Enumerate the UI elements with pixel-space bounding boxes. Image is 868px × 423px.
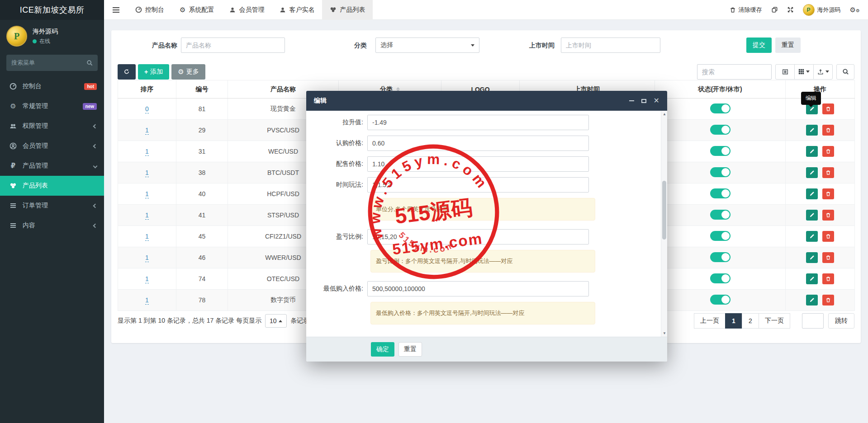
edit-button[interactable] <box>806 146 818 157</box>
col-id[interactable]: 编号 <box>176 80 228 99</box>
sidebar-item-dashboard[interactable]: 控制台 hot <box>0 76 104 96</box>
nav-item-system-config[interactable]: ⚙ 系统配置 <box>172 0 222 20</box>
sort-value-link[interactable]: 1 <box>145 212 149 220</box>
sidebar-item-orders[interactable]: 订单管理 <box>0 196 104 216</box>
sort-value-link[interactable]: 1 <box>145 190 149 198</box>
col-status[interactable]: 状态(开市/休市) <box>655 80 786 99</box>
sidebar-item-product-list[interactable]: 产品列表 <box>0 176 104 196</box>
refresh-button[interactable] <box>118 64 136 80</box>
sidebar-search-input[interactable]: 搜索菜单 <box>6 55 98 71</box>
sidebar-item-permissions[interactable]: 权限管理 <box>0 116 104 136</box>
clear-cache-button[interactable]: 清除缓存 <box>730 6 762 14</box>
subscribe-price-input[interactable] <box>367 136 589 151</box>
sidebar-item-general[interactable]: ⚙ 常规管理 new <box>0 96 104 116</box>
page-2-button[interactable]: 2 <box>742 313 759 329</box>
delete-button[interactable] <box>822 188 834 199</box>
sort-value-link[interactable]: 1 <box>145 148 149 156</box>
modal-reset-button[interactable]: 重置 <box>398 342 422 357</box>
placement-price-input[interactable] <box>367 156 589 172</box>
scroll-down-icon[interactable]: ▼ <box>661 331 667 335</box>
min-buy-input[interactable] <box>367 281 589 296</box>
modal-footer: 确定 重置 <box>306 337 667 362</box>
page-1-button[interactable]: 1 <box>725 313 742 329</box>
scrollbar-thumb[interactable] <box>662 181 666 240</box>
listing-time-input[interactable] <box>561 38 660 53</box>
delete-button[interactable] <box>822 125 834 136</box>
status-toggle[interactable] <box>710 188 730 198</box>
export-button[interactable] <box>813 64 833 80</box>
pull-value-input[interactable] <box>367 115 589 130</box>
edit-button[interactable] <box>806 273 818 284</box>
delete-button[interactable] <box>822 146 834 157</box>
copy-button[interactable] <box>771 6 778 13</box>
confirm-button[interactable]: 确定 <box>371 342 394 357</box>
sidebar-item-content[interactable]: 内容 <box>0 216 104 235</box>
modal-scrollbar[interactable]: ▲ ▼ <box>661 111 667 337</box>
delete-button[interactable] <box>822 167 834 178</box>
time-play-input[interactable] <box>367 177 589 193</box>
sort-value-link[interactable]: 1 <box>145 233 149 241</box>
sidebar-item-products[interactable]: ₽ 产品管理 <box>0 156 104 176</box>
minimize-icon[interactable] <box>629 100 634 101</box>
edit-button[interactable] <box>806 252 818 263</box>
sort-value-link[interactable]: 0 <box>145 105 149 113</box>
close-icon[interactable]: ✕ <box>654 97 659 104</box>
edit-button[interactable] <box>806 231 818 242</box>
search-toggle-button[interactable] <box>836 64 854 80</box>
jump-button[interactable]: 跳转 <box>828 313 854 329</box>
scroll-up-icon[interactable]: ▲ <box>661 112 667 116</box>
modal-titlebar[interactable]: 编辑 ✕ <box>306 91 667 111</box>
settings-button[interactable]: ⚙⚙ <box>850 6 860 14</box>
product-name-input[interactable] <box>181 38 285 53</box>
status-toggle[interactable] <box>710 167 730 177</box>
status-toggle[interactable] <box>710 273 730 283</box>
edit-button[interactable] <box>806 210 818 221</box>
table-search-input[interactable] <box>697 64 772 80</box>
sort-value-link[interactable]: 1 <box>145 275 149 283</box>
status-toggle[interactable] <box>710 252 730 262</box>
nav-item-dashboard[interactable]: 控制台 <box>128 0 172 20</box>
delete-button[interactable] <box>822 273 834 284</box>
fullscreen-button[interactable] <box>787 6 794 13</box>
next-page-button[interactable]: 下一页 <box>759 313 790 329</box>
nav-item-product-list[interactable]: 产品列表 <box>322 0 373 20</box>
delete-button[interactable] <box>822 231 834 242</box>
prev-page-button[interactable]: 上一页 <box>694 313 726 329</box>
edit-button[interactable] <box>806 295 818 306</box>
toggle-view-button[interactable] <box>775 64 795 80</box>
status-toggle[interactable] <box>710 125 730 135</box>
page-size-select[interactable]: 10 <box>265 314 287 328</box>
product-name: 数字货币 <box>270 296 296 303</box>
delete-button[interactable] <box>822 103 834 114</box>
nav-item-kyc[interactable]: 客户实名 <box>272 0 322 20</box>
edit-button[interactable] <box>806 188 818 199</box>
nav-item-members[interactable]: 会员管理 <box>222 0 272 20</box>
edit-button[interactable] <box>806 125 818 136</box>
col-sort[interactable]: 排序 <box>118 80 176 99</box>
sort-value-link[interactable]: 1 <box>145 296 149 305</box>
status-toggle[interactable] <box>710 231 730 241</box>
jump-page-input[interactable] <box>802 313 824 329</box>
status-toggle[interactable] <box>710 146 730 156</box>
status-toggle[interactable] <box>710 295 730 305</box>
maximize-icon[interactable] <box>641 99 646 103</box>
more-button[interactable]: ⚙更多 <box>171 64 205 80</box>
status-toggle[interactable] <box>710 103 730 113</box>
user-menu[interactable]: P 海外源码 <box>803 4 841 16</box>
columns-button[interactable] <box>794 64 814 80</box>
delete-button[interactable] <box>822 210 834 221</box>
category-select[interactable]: 选择 <box>375 38 479 53</box>
reset-button[interactable]: 重置 <box>775 38 801 53</box>
sidebar-item-members[interactable]: 会员管理 <box>0 136 104 156</box>
delete-button[interactable] <box>822 252 834 263</box>
edit-button[interactable] <box>806 167 818 178</box>
submit-button[interactable]: 提交 <box>746 38 772 53</box>
sort-value-link[interactable]: 1 <box>145 127 149 135</box>
pl-ratio-input[interactable] <box>367 229 589 244</box>
delete-button[interactable] <box>822 295 834 306</box>
add-button[interactable]: +添加 <box>138 64 169 80</box>
hamburger-menu-icon[interactable] <box>104 0 128 20</box>
sort-value-link[interactable]: 1 <box>145 169 149 177</box>
status-toggle[interactable] <box>710 210 730 220</box>
sort-value-link[interactable]: 1 <box>145 254 149 262</box>
